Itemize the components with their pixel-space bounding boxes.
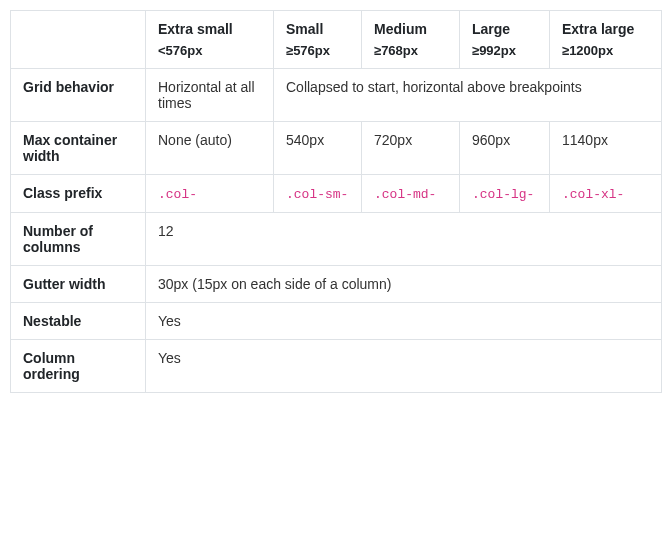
header-lg: Large ≥992px	[460, 11, 550, 69]
header-md-sub: ≥768px	[374, 43, 447, 58]
cell-max-width-md: 720px	[362, 122, 460, 175]
code-col-md: .col-md-	[374, 187, 436, 202]
cell-max-width-xs: None (auto)	[146, 122, 274, 175]
header-md: Medium ≥768px	[362, 11, 460, 69]
row-grid-behavior-label: Grid behavior	[11, 69, 146, 122]
row-max-width-label: Max container width	[11, 122, 146, 175]
cell-class-prefix-xl: .col-xl-	[550, 175, 662, 213]
cell-class-prefix-sm: .col-sm-	[274, 175, 362, 213]
row-gutter-width-label: Gutter width	[11, 266, 146, 303]
row-class-prefix: Class prefix .col- .col-sm- .col-md- .co…	[11, 175, 662, 213]
row-class-prefix-label: Class prefix	[11, 175, 146, 213]
header-xs: Extra small <576px	[146, 11, 274, 69]
row-gutter-width: Gutter width 30px (15px on each side of …	[11, 266, 662, 303]
cell-num-columns: 12	[146, 213, 662, 266]
cell-class-prefix-lg: .col-lg-	[460, 175, 550, 213]
header-md-label: Medium	[374, 21, 427, 37]
row-grid-behavior: Grid behavior Horizontal at all times Co…	[11, 69, 662, 122]
cell-max-width-lg: 960px	[460, 122, 550, 175]
header-xl: Extra large ≥1200px	[550, 11, 662, 69]
cell-grid-behavior-xs: Horizontal at all times	[146, 69, 274, 122]
row-max-width: Max container width None (auto) 540px 72…	[11, 122, 662, 175]
cell-grid-behavior-rest: Collapsed to start, horizontal above bre…	[274, 69, 662, 122]
row-column-ordering: Column ordering Yes	[11, 340, 662, 393]
cell-column-ordering: Yes	[146, 340, 662, 393]
row-column-ordering-label: Column ordering	[11, 340, 146, 393]
cell-gutter-width: 30px (15px on each side of a column)	[146, 266, 662, 303]
cell-max-width-sm: 540px	[274, 122, 362, 175]
code-col-xl: .col-xl-	[562, 187, 624, 202]
header-empty	[11, 11, 146, 69]
header-lg-sub: ≥992px	[472, 43, 537, 58]
grid-options-table: Extra small <576px Small ≥576px Medium ≥…	[10, 10, 662, 393]
cell-max-width-xl: 1140px	[550, 122, 662, 175]
code-col-sm: .col-sm-	[286, 187, 348, 202]
row-num-columns: Number of columns 12	[11, 213, 662, 266]
header-lg-label: Large	[472, 21, 510, 37]
header-xl-label: Extra large	[562, 21, 634, 37]
header-sm: Small ≥576px	[274, 11, 362, 69]
cell-class-prefix-md: .col-md-	[362, 175, 460, 213]
code-col-lg: .col-lg-	[472, 187, 534, 202]
cell-class-prefix-xs: .col-	[146, 175, 274, 213]
header-xs-label: Extra small	[158, 21, 233, 37]
header-xl-sub: ≥1200px	[562, 43, 649, 58]
header-row: Extra small <576px Small ≥576px Medium ≥…	[11, 11, 662, 69]
row-num-columns-label: Number of columns	[11, 213, 146, 266]
header-xs-sub: <576px	[158, 43, 261, 58]
header-sm-label: Small	[286, 21, 323, 37]
row-nestable: Nestable Yes	[11, 303, 662, 340]
row-nestable-label: Nestable	[11, 303, 146, 340]
header-sm-sub: ≥576px	[286, 43, 349, 58]
code-col-xs: .col-	[158, 187, 197, 202]
cell-nestable: Yes	[146, 303, 662, 340]
